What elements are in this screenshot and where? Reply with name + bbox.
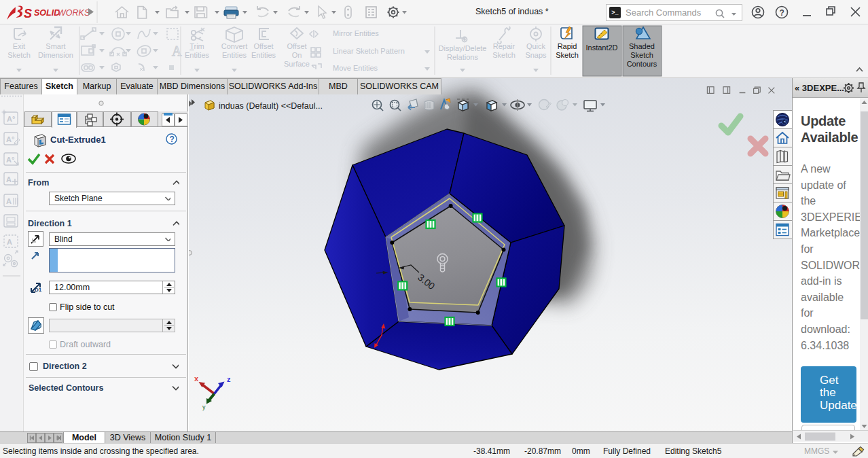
svg-text:A: A — [6, 197, 12, 205]
svg-text:x: x — [194, 374, 199, 383]
svg-text:Offset: Offset — [253, 42, 273, 50]
svg-text:A°: A° — [6, 135, 14, 143]
svg-text:Display/Delete: Display/Delete — [439, 44, 487, 52]
svg-text:A: A — [6, 175, 12, 183]
svg-text:Surface: Surface — [284, 60, 310, 68]
svg-text:Dimension: Dimension — [38, 51, 73, 59]
svg-text:Entities: Entities — [251, 51, 276, 59]
svg-text:D1: D1 — [35, 287, 42, 293]
svg-text:Sketch: Sketch — [492, 51, 516, 59]
svg-text:induas (Default) <<Defaul...: induas (Default) <<Defaul... — [219, 101, 323, 111]
svg-text:Sketch: Sketch — [7, 51, 31, 59]
svg-text:Offset: Offset — [287, 42, 306, 50]
svg-text:WORKS: WORKS — [58, 8, 90, 18]
svg-text:SOLID: SOLID — [34, 8, 60, 18]
svg-text:?: ? — [170, 135, 175, 144]
svg-text:Instant2D: Instant2D — [585, 43, 617, 52]
svg-text:A°: A° — [6, 156, 14, 164]
svg-text:Sketch: Sketch — [556, 51, 579, 59]
svg-text:Rapid: Rapid — [558, 42, 577, 50]
svg-text:Quick: Quick — [526, 42, 546, 50]
svg-text:Contours: Contours — [627, 60, 657, 68]
svg-text:Exit: Exit — [13, 42, 25, 50]
svg-text:Snaps: Snaps — [525, 51, 547, 59]
svg-text:On: On — [292, 51, 302, 59]
svg-text:Move Entities: Move Entities — [333, 64, 378, 72]
svg-text:Shaded: Shaded — [629, 42, 655, 50]
svg-text:A°: A° — [7, 115, 15, 123]
svg-text:Convert: Convert — [221, 42, 248, 50]
svg-text:A: A — [7, 238, 12, 246]
svg-text:Mirror Entities: Mirror Entities — [333, 29, 379, 37]
svg-text:?: ? — [780, 8, 784, 18]
svg-text:Entities: Entities — [222, 51, 247, 59]
svg-text:y: y — [202, 404, 206, 410]
svg-text:S: S — [24, 7, 32, 20]
svg-text:Sketch: Sketch — [630, 51, 653, 59]
svg-text:Smart: Smart — [46, 42, 65, 50]
svg-text:z: z — [227, 375, 231, 383]
svg-text:Entities: Entities — [185, 51, 210, 59]
svg-text:Linear Sketch Pattern: Linear Sketch Pattern — [333, 47, 405, 55]
svg-text:Repair: Repair — [493, 42, 516, 50]
svg-text:Relations: Relations — [447, 53, 478, 61]
svg-text:Trim: Trim — [189, 42, 204, 50]
